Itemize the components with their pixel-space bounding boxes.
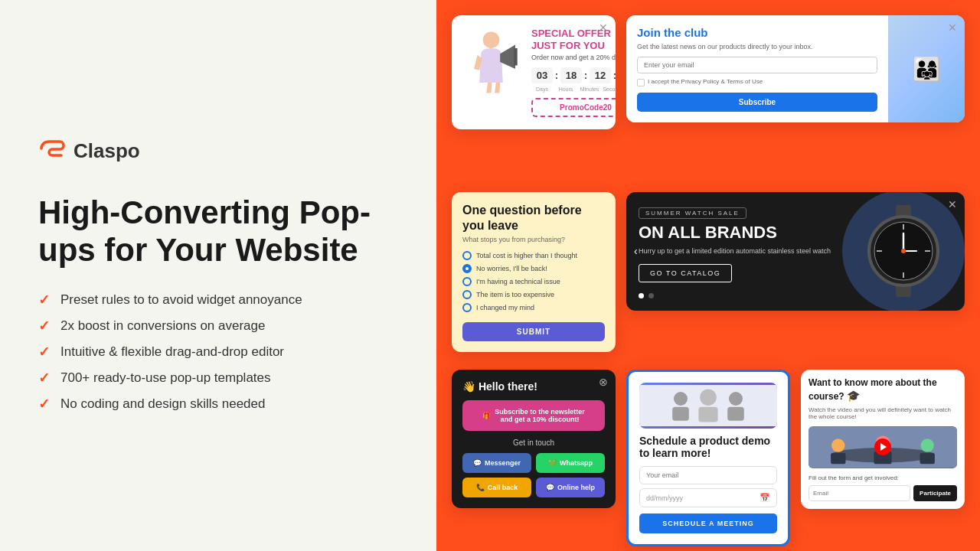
whatsapp-label: Whatsapp bbox=[560, 459, 593, 467]
hours-label: Hours bbox=[555, 86, 577, 92]
svg-point-27 bbox=[920, 439, 933, 452]
svg-rect-15 bbox=[672, 406, 689, 420]
phone-icon: 📞 bbox=[476, 484, 485, 491]
countdown-sep: : bbox=[584, 70, 587, 81]
radio-option-0[interactable]: Total cost is higher than I thought bbox=[462, 251, 605, 260]
demo-title: Schedule a product demo to learn more! bbox=[639, 435, 777, 461]
check-icon: ✓ bbox=[38, 344, 50, 360]
countdown-hours-block: 18 bbox=[560, 67, 582, 83]
demo-date-row[interactable]: dd/mm/yyyy 📅 bbox=[639, 488, 777, 507]
join-email-input[interactable] bbox=[637, 57, 877, 73]
countdown: 03 : 18 : 12 : 58 bbox=[531, 67, 616, 83]
special-offer-card: ✕ SPECIAL OFFERJUST FOR YOU Order now an… bbox=[452, 15, 616, 129]
online-help-button[interactable]: 💬 Online help bbox=[536, 478, 605, 497]
nav-dot-1[interactable] bbox=[639, 293, 644, 298]
privacy-checkbox[interactable] bbox=[637, 79, 645, 86]
schedule-button[interactable]: SCHEDULE A MEETING bbox=[639, 514, 777, 533]
watch-sale-label: SUMMER WATCH SALE bbox=[639, 207, 746, 219]
watch-close-button[interactable]: ✕ bbox=[948, 198, 957, 210]
watch-content: SUMMER WATCH SALE ON ALL BRANDS Hurry up… bbox=[639, 204, 952, 298]
countdown-sep: : bbox=[555, 70, 558, 81]
watch-prev-button[interactable]: ‹ bbox=[634, 245, 638, 257]
join-club-card: ✕ Join the club Get the latest news on o… bbox=[626, 15, 965, 122]
countdown-hours: 18 bbox=[564, 70, 578, 81]
radio-option-2[interactable]: I'm having a technical issue bbox=[462, 277, 605, 286]
countdown-labels: Days Hours Minutes Seconds bbox=[531, 86, 616, 92]
messenger-icon: 💬 bbox=[473, 459, 482, 467]
countdown-sep: : bbox=[613, 70, 616, 81]
radio-circle-1 bbox=[462, 264, 472, 273]
course-card: Want to know more about the course? 🎓 Wa… bbox=[801, 370, 965, 509]
svg-rect-19 bbox=[727, 406, 744, 420]
course-form-label: Fill out the form and get involved: bbox=[808, 474, 957, 481]
demo-image bbox=[639, 383, 777, 429]
hello-title: 👋 Hello there! bbox=[462, 380, 605, 393]
course-email-input[interactable] bbox=[808, 485, 910, 501]
callback-label: Call back bbox=[488, 484, 518, 491]
promo-code[interactable]: PromoCode20 bbox=[531, 98, 616, 117]
subscribe-button[interactable]: Subscribe bbox=[637, 93, 877, 112]
offer-content: SPECIAL OFFERJUST FOR YOU Order now and … bbox=[464, 28, 603, 117]
whatsapp-button[interactable]: 💚 Whatsapp bbox=[536, 453, 605, 473]
messenger-button[interactable]: 💬 Messenger bbox=[462, 453, 531, 473]
hello-close-button[interactable]: ⊗ bbox=[599, 376, 608, 388]
demo-email-input[interactable] bbox=[639, 466, 777, 484]
countdown-minutes-block: 12 bbox=[590, 67, 611, 83]
whatsapp-icon: 💚 bbox=[548, 459, 557, 467]
online-label: Online help bbox=[557, 484, 595, 491]
feature-text: 700+ ready-to-use pop-up templates bbox=[60, 370, 271, 386]
countdown-days-block: 03 bbox=[531, 67, 553, 83]
course-video-thumbnail[interactable] bbox=[808, 426, 957, 468]
join-club-close-button[interactable]: ✕ bbox=[948, 21, 957, 34]
hello-card: ⊗ 👋 Hello there! 🎁 Subscribe to the news… bbox=[452, 370, 616, 508]
logo: Claspo bbox=[38, 139, 398, 164]
question-title: One question before you leave bbox=[462, 203, 605, 232]
svg-point-16 bbox=[700, 389, 717, 406]
svg-point-0 bbox=[483, 31, 500, 48]
offer-illustration bbox=[464, 28, 525, 117]
watch-nav bbox=[639, 293, 952, 298]
watch-title: ON ALL BRANDS bbox=[639, 223, 952, 242]
countdown-minutes: 12 bbox=[593, 70, 607, 81]
participate-button[interactable]: Participate bbox=[913, 485, 957, 501]
radio-circle-3 bbox=[462, 290, 472, 299]
feature-list: ✓ Preset rules to to avoid widget annoya… bbox=[38, 292, 398, 412]
radio-option-4[interactable]: I changed my mind bbox=[462, 303, 605, 312]
feature-item: ✓ Intuitive & flexible drag-and-drop edi… bbox=[38, 344, 398, 360]
radio-label-0: Total cost is higher than I thought bbox=[476, 252, 577, 259]
join-title: Join the club bbox=[637, 26, 877, 39]
radio-option-3[interactable]: The item is too expensive bbox=[462, 290, 605, 299]
chat-icon: 💬 bbox=[546, 484, 554, 491]
countdown-days: 03 bbox=[535, 70, 549, 81]
radio-label-3: The item is too expensive bbox=[476, 291, 554, 298]
left-panel: Claspo High-Converting Pop-ups for Your … bbox=[0, 0, 436, 551]
join-content: Join the club Get the latest news on our… bbox=[626, 15, 888, 122]
feature-text: No coding and design skills needed bbox=[60, 396, 265, 412]
feature-text: Preset rules to to avoid widget annoyanc… bbox=[60, 292, 302, 308]
callback-button[interactable]: 📞 Call back bbox=[462, 478, 531, 497]
feature-text: Intuitive & flexible drag-and-drop edito… bbox=[60, 344, 284, 360]
demo-card: Schedule a product demo to learn more! d… bbox=[626, 370, 790, 547]
radio-label-4: I changed my mind bbox=[476, 304, 534, 311]
join-subtitle: Get the latest news on our products dire… bbox=[637, 43, 877, 51]
check-icon: ✓ bbox=[38, 396, 50, 412]
newsletter-text: Subscribe to the newsletter and get a 10… bbox=[495, 408, 585, 423]
course-subtitle: Watch the video and you will definitely … bbox=[808, 406, 957, 420]
demo-date-text: dd/mm/yyyy bbox=[646, 494, 760, 502]
special-offer-close-button[interactable]: ✕ bbox=[599, 21, 608, 34]
feature-item: ✓ Preset rules to to avoid widget annoya… bbox=[38, 292, 398, 308]
newsletter-button[interactable]: 🎁 Subscribe to the newsletter and get a … bbox=[462, 400, 605, 431]
svg-rect-24 bbox=[831, 453, 845, 465]
svg-rect-1 bbox=[514, 48, 518, 66]
nav-dot-2[interactable] bbox=[648, 293, 654, 298]
calendar-icon: 📅 bbox=[760, 493, 770, 503]
svg-point-14 bbox=[674, 392, 688, 406]
watch-sale-card: ✕ ‹ SUMMER WATCH SALE ON ALL BRANDS Hurr… bbox=[626, 192, 965, 310]
course-title: Want to know more about the course? 🎓 bbox=[808, 377, 957, 403]
privacy-label: I accept the Privacy Policy & Terms of U… bbox=[648, 78, 763, 85]
logo-text: Claspo bbox=[74, 139, 140, 163]
catalog-button[interactable]: GO TO CATALOG bbox=[639, 264, 732, 282]
radio-option-1[interactable]: No worries, I'll be back! bbox=[462, 264, 605, 273]
contact-buttons: 💬 Messenger 💚 Whatsapp 📞 Call back 💬 Onl… bbox=[462, 453, 605, 497]
submit-button[interactable]: SUBMIT bbox=[462, 322, 605, 341]
